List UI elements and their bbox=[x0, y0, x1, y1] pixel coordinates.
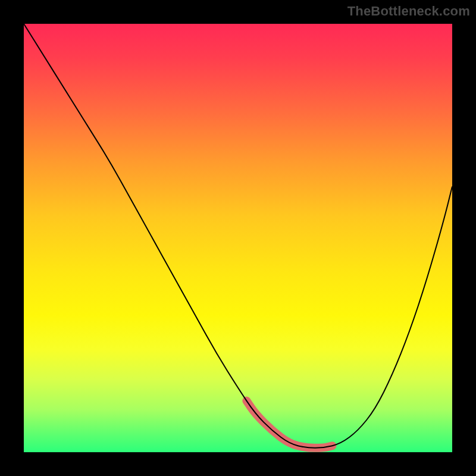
watermark-text: TheBottleneck.com bbox=[347, 4, 470, 19]
chart-overlay-svg bbox=[24, 24, 452, 452]
chart-frame: TheBottleneck.com bbox=[0, 0, 476, 476]
bottleneck-curve-line bbox=[24, 24, 452, 448]
optimal-range-highlight bbox=[246, 401, 332, 448]
